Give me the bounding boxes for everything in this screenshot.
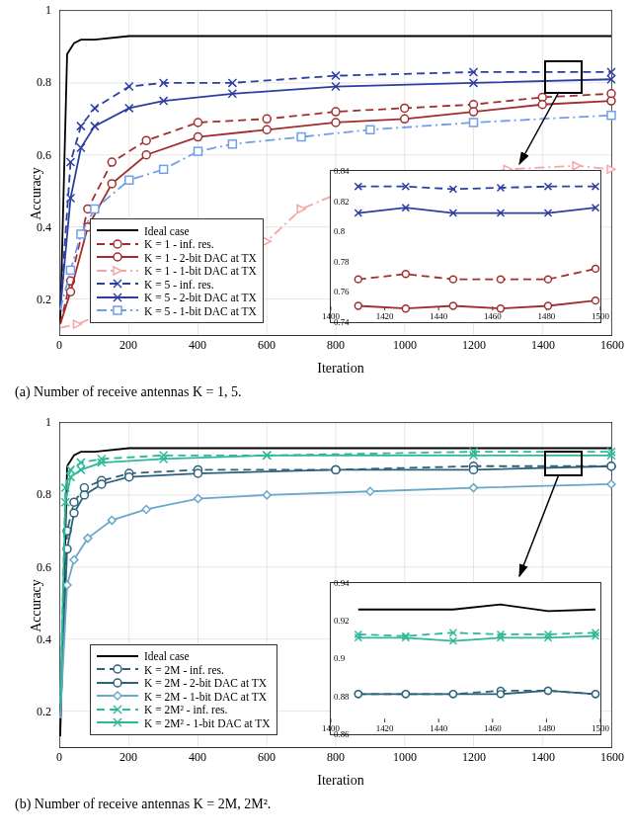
svg-rect-91 — [160, 165, 168, 173]
svg-point-196 — [195, 469, 202, 477]
chart-b: Accuracy Ideal caseK = 2M - inf. res.K =… — [10, 422, 622, 789]
svg-text:0.74: 0.74 — [334, 317, 350, 327]
svg-marker-104 — [114, 267, 121, 275]
svg-point-197 — [332, 465, 340, 473]
svg-point-161 — [355, 302, 361, 309]
svg-text:1480: 1480 — [537, 723, 555, 733]
svg-marker-205 — [195, 495, 202, 503]
svg-text:1440: 1440 — [430, 723, 447, 733]
legend-b: Ideal caseK = 2M - inf. res.K = 2M - 2-b… — [90, 644, 277, 736]
legend-item: K = 1 - 1-bit DAC at TX — [97, 265, 257, 277]
svg-text:1460: 1460 — [484, 723, 502, 733]
svg-rect-97 — [607, 112, 615, 120]
caption-a: (a) Number of receive antennas K = 1, 5. — [15, 384, 622, 400]
svg-rect-92 — [195, 147, 202, 155]
svg-text:0.8: 0.8 — [334, 226, 346, 236]
svg-rect-112 — [114, 306, 121, 314]
svg-point-305 — [497, 691, 504, 698]
svg-marker-206 — [263, 491, 271, 499]
svg-marker-43 — [297, 205, 305, 212]
svg-text:1480: 1480 — [537, 311, 555, 321]
svg-marker-208 — [470, 484, 478, 492]
svg-point-165 — [545, 302, 552, 309]
svg-text:0.9: 0.9 — [334, 653, 346, 663]
svg-point-198 — [470, 465, 478, 473]
svg-text:1460: 1460 — [484, 311, 502, 321]
plot-area-a: Ideal caseK = 1 - inf. res.K = 1 - 2-bit… — [59, 10, 612, 336]
legend-item: K = 5 - 1-bit DAC at TX — [97, 305, 257, 317]
legend-item: K = 1 - 2-bit DAC at TX — [97, 252, 257, 264]
svg-rect-87 — [66, 266, 74, 274]
svg-point-166 — [592, 297, 599, 304]
svg-text:1420: 1420 — [376, 723, 394, 733]
svg-point-306 — [545, 688, 552, 695]
svg-point-27 — [108, 180, 116, 188]
legend-item: Ideal case — [97, 225, 257, 237]
svg-point-20 — [332, 108, 340, 116]
svg-point-35 — [607, 97, 615, 105]
svg-point-31 — [332, 119, 340, 126]
svg-marker-209 — [607, 480, 615, 488]
svg-point-199 — [607, 462, 615, 470]
svg-point-303 — [402, 691, 409, 698]
xlabel-b: Iteration — [59, 773, 622, 789]
svg-point-155 — [355, 276, 361, 283]
svg-point-163 — [449, 302, 456, 309]
svg-text:0.78: 0.78 — [334, 257, 350, 267]
svg-rect-93 — [228, 140, 236, 148]
svg-point-162 — [402, 305, 409, 312]
legend-a: Ideal caseK = 1 - inf. res.K = 1 - 2-bit… — [90, 218, 264, 323]
legend-item: K = 2M - 2-bit DAC at TX — [97, 677, 271, 689]
legend-item: Ideal case — [97, 650, 271, 662]
svg-point-164 — [497, 305, 504, 312]
svg-marker-248 — [114, 692, 121, 700]
svg-rect-94 — [297, 133, 305, 141]
svg-point-157 — [449, 276, 456, 283]
svg-text:1420: 1420 — [376, 311, 394, 321]
svg-point-18 — [195, 119, 202, 126]
svg-marker-207 — [366, 487, 374, 495]
svg-rect-89 — [91, 205, 99, 212]
svg-marker-50 — [607, 165, 615, 173]
svg-rect-88 — [77, 230, 85, 238]
svg-point-100 — [114, 240, 121, 248]
svg-text:0.84: 0.84 — [334, 166, 350, 176]
svg-point-21 — [401, 104, 409, 112]
zoom-box-a — [544, 60, 583, 94]
zoom-box-b — [544, 451, 583, 476]
svg-point-156 — [402, 271, 409, 278]
svg-marker-42 — [263, 237, 271, 245]
svg-text:0.76: 0.76 — [334, 287, 350, 296]
svg-point-34 — [538, 101, 546, 109]
svg-point-28 — [142, 151, 150, 159]
svg-point-193 — [80, 491, 88, 499]
svg-point-160 — [592, 265, 599, 272]
svg-point-29 — [195, 133, 202, 141]
svg-text:1500: 1500 — [592, 723, 609, 733]
svg-point-19 — [263, 115, 271, 123]
svg-point-194 — [98, 480, 106, 488]
svg-rect-95 — [366, 126, 374, 133]
svg-point-302 — [355, 691, 361, 698]
svg-point-16 — [108, 158, 116, 166]
svg-point-32 — [401, 115, 409, 123]
svg-point-158 — [497, 276, 504, 283]
svg-text:0.92: 0.92 — [334, 616, 350, 626]
svg-point-30 — [263, 126, 271, 133]
svg-point-192 — [70, 509, 78, 517]
plot-area-b: Ideal caseK = 2M - inf. res.K = 2M - 2-b… — [59, 422, 612, 748]
chart-a: Accuracy Ideal caseK = 1 - inf. res.K = … — [10, 10, 622, 377]
legend-item: K = 5 - inf. res. — [97, 279, 257, 291]
xlabel-a: Iteration — [59, 361, 622, 377]
legend-item: K = 2M² - inf. res. — [97, 704, 271, 715]
svg-text:1500: 1500 — [592, 311, 609, 321]
svg-text:0.82: 0.82 — [334, 197, 350, 207]
svg-text:0.88: 0.88 — [334, 692, 350, 702]
svg-text:0.86: 0.86 — [334, 729, 350, 739]
svg-marker-49 — [573, 162, 581, 170]
legend-item: K = 1 - inf. res. — [97, 238, 257, 250]
caption-b: (b) Number of receive antennas K = 2M, 2… — [15, 797, 622, 812]
svg-point-25 — [66, 288, 74, 295]
inset-b: 1400142014401460148015000.860.880.90.920… — [330, 582, 601, 735]
svg-text:1440: 1440 — [430, 311, 447, 321]
